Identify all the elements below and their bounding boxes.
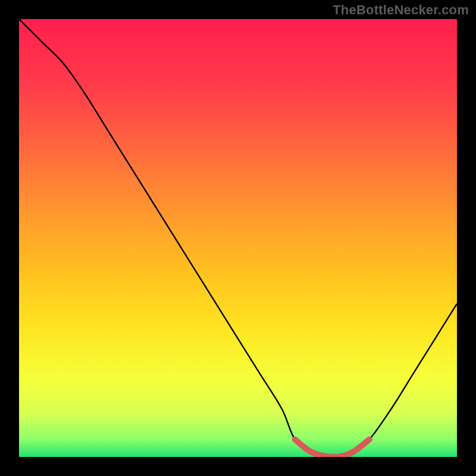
chart-frame: TheBottleNecker.com (0, 0, 476, 476)
plot-area (19, 19, 457, 457)
watermark-text: TheBottleNecker.com (333, 2, 469, 18)
valley-highlight (295, 440, 369, 457)
curve-layer (19, 19, 457, 457)
bottleneck-curve (19, 19, 457, 457)
